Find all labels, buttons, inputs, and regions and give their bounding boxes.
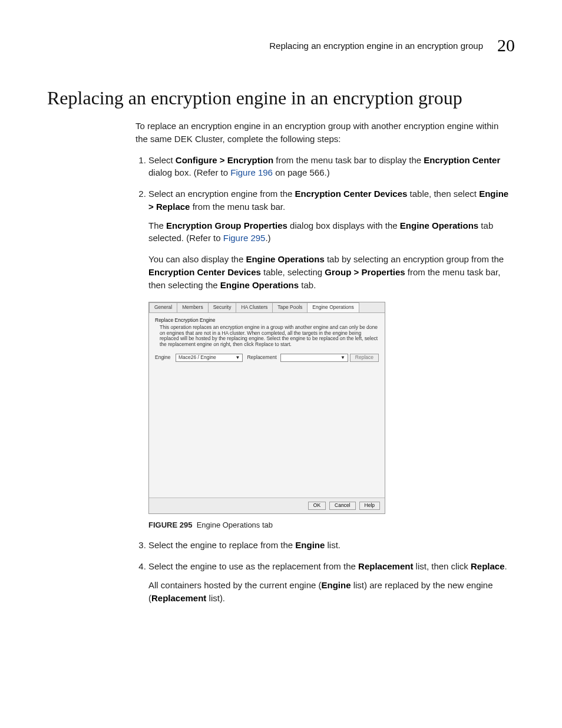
engine-dropdown[interactable]: Mace26 / Engine ▼ <box>176 354 243 362</box>
tab-general[interactable]: General <box>149 302 177 312</box>
step-2: Select an encryption engine from the Enc… <box>148 187 509 531</box>
replacement-dropdown[interactable]: ▼ <box>280 354 348 362</box>
dialog-screenshot: General Members Security HA Clusters Tap… <box>148 302 385 513</box>
tab-members[interactable]: Members <box>177 302 208 312</box>
tab-security[interactable]: Security <box>208 302 237 312</box>
page-title: Replacing an encryption engine in an enc… <box>47 87 515 109</box>
running-header-title: Replacing an encryption engine in an enc… <box>269 41 483 51</box>
tab-tape-pools[interactable]: Tape Pools <box>272 302 308 312</box>
step-3: Select the engine to replace from the En… <box>148 539 509 552</box>
chapter-number: 20 <box>497 35 515 55</box>
figure-link-196[interactable]: Figure 196 <box>230 167 273 177</box>
engine-label: Engine <box>155 355 174 361</box>
chevron-down-icon: ▼ <box>235 355 240 360</box>
help-button[interactable]: Help <box>359 502 380 510</box>
figure-caption: FIGURE 295 Engine Operations tab <box>148 520 509 531</box>
step-1: Select Configure > Encryption from the m… <box>148 154 509 180</box>
dialog-empty-area <box>155 364 379 494</box>
dialog-description: This operation replaces an encryption en… <box>160 325 379 348</box>
cancel-button[interactable]: Cancel <box>329 502 355 510</box>
step-4: Select the engine to use as the replacem… <box>148 560 509 604</box>
engine-dropdown-value: Mace26 / Engine <box>178 355 216 361</box>
replacement-label: Replacement <box>247 355 279 361</box>
tab-engine-operations[interactable]: Engine Operations <box>307 302 359 312</box>
dialog-section-title: Replace Encryption Engine <box>155 318 379 324</box>
dialog-name: Encryption Center <box>424 155 500 165</box>
tab-ha-clusters[interactable]: HA Clusters <box>236 302 273 312</box>
intro-paragraph: To replace an encryption engine in an en… <box>135 120 509 146</box>
replace-button[interactable]: Replace <box>350 354 379 362</box>
ok-button[interactable]: OK <box>308 502 326 510</box>
figure-link-295[interactable]: Figure 295 <box>223 233 266 243</box>
dialog-tabs: General Members Security HA Clusters Tap… <box>149 302 385 313</box>
chevron-down-icon: ▼ <box>340 355 345 360</box>
running-header: Replacing an encryption engine in an enc… <box>47 35 515 55</box>
menu-path: Configure > Encryption <box>176 155 273 165</box>
